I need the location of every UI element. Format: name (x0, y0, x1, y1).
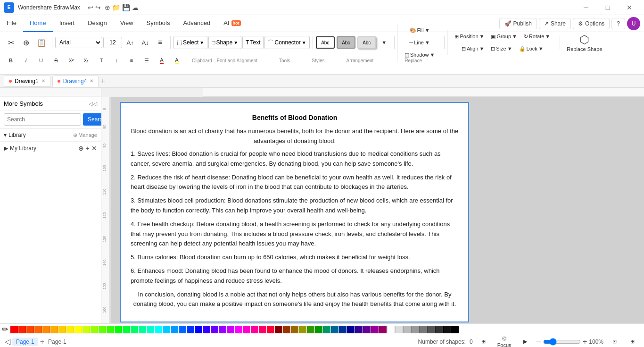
strikethrough-btn[interactable]: S (49, 53, 63, 68)
color-swatch[interactable] (395, 326, 403, 333)
color-swatch[interactable] (34, 326, 42, 333)
zoom-out-btn[interactable]: ─ (536, 338, 541, 346)
zoom-in-btn[interactable]: + (583, 338, 587, 346)
menu-file[interactable]: File (0, 15, 23, 32)
document-page[interactable]: Benefits of Blood Donation Blood donatio… (120, 102, 469, 322)
align-btn[interactable]: ≡ (153, 35, 167, 50)
add-tab-btn[interactable]: + (100, 77, 105, 85)
search-input[interactable] (4, 113, 81, 126)
color-swatch[interactable] (99, 326, 106, 333)
color-swatch[interactable] (451, 326, 459, 333)
my-library-settings-btn[interactable]: ⊕ (78, 144, 84, 152)
color-swatch[interactable] (163, 326, 170, 333)
color-swatch[interactable] (139, 326, 146, 333)
connector-dropdown[interactable]: ⌒ Connector ▼ (264, 36, 309, 49)
color-swatch[interactable] (315, 326, 322, 333)
color-swatch[interactable] (339, 326, 347, 333)
color-swatch[interactable] (26, 326, 34, 333)
color-swatch[interactable] (187, 326, 194, 333)
help-btn[interactable]: ? (611, 18, 625, 29)
options-btn[interactable]: ⚙ Options (573, 18, 610, 29)
color-swatch[interactable] (131, 326, 138, 333)
color-swatch[interactable] (42, 326, 50, 333)
color-swatch[interactable] (363, 326, 371, 333)
bold-btn[interactable]: B (4, 53, 18, 68)
color-swatch[interactable] (259, 326, 266, 333)
color-swatch[interactable] (74, 326, 82, 333)
color-swatch[interactable] (171, 326, 178, 333)
color-swatch[interactable] (91, 326, 98, 333)
color-swatch[interactable] (419, 326, 427, 333)
prev-page-btn[interactable]: ◁ (5, 337, 10, 346)
play-btn[interactable]: ▶ (518, 336, 532, 347)
style-swatch-1[interactable]: Abc (316, 36, 335, 49)
my-library-label[interactable]: ▶ My Library (4, 145, 36, 152)
close-btn[interactable]: ✕ (619, 0, 640, 15)
select-dropdown[interactable]: ⬚ Select ▼ (173, 36, 207, 49)
cut-btn[interactable]: ✂ (4, 35, 18, 50)
line-height-btn[interactable]: ↕ (109, 53, 124, 68)
color-swatch[interactable] (211, 326, 218, 333)
color-swatch[interactable] (275, 326, 282, 333)
shape-dropdown[interactable]: □ Shape ▼ (208, 36, 241, 49)
group-btn[interactable]: ▣ Group ▼ (488, 31, 520, 42)
italic-btn[interactable]: I (19, 53, 33, 68)
color-swatch[interactable] (115, 326, 122, 333)
color-swatch[interactable] (323, 326, 330, 333)
focus-btn[interactable]: ◎ Focus (495, 336, 514, 347)
my-library-close-btn[interactable]: ✕ (91, 144, 97, 152)
position-btn[interactable]: ⊞ Position ▼ (452, 31, 487, 42)
publish-btn[interactable]: 🚀 Publish (499, 18, 537, 29)
color-swatch[interactable] (58, 326, 66, 333)
subscript-btn[interactable]: X₂ (79, 53, 93, 68)
color-swatch[interactable] (147, 326, 154, 333)
menu-design[interactable]: Design (81, 15, 113, 32)
page-tab[interactable]: Page-1 (12, 338, 38, 346)
color-swatch[interactable] (123, 326, 130, 333)
share-btn[interactable]: ↗ Share (539, 18, 571, 29)
cloud-btn[interactable]: ☁ (132, 4, 139, 11)
menu-advanced[interactable]: Advanced (176, 15, 217, 32)
fill-btn[interactable]: 🎨 Fill ▼ (407, 25, 433, 36)
canvas-container[interactable]: 1401501601701801902002102202302402502602… (111, 97, 644, 323)
line-btn[interactable]: ─ Line ▼ (406, 37, 432, 48)
font-increase-btn[interactable]: A↑ (123, 35, 137, 50)
color-swatch[interactable] (355, 326, 363, 333)
minimize-btn[interactable]: ─ (575, 0, 597, 15)
tab-drawing4-close-icon[interactable]: ✕ (90, 78, 93, 84)
menu-symbols[interactable]: Symbols (140, 15, 177, 32)
tab-drawing4[interactable]: Drawing4 ✕ (52, 76, 99, 87)
color-swatch[interactable] (411, 326, 419, 333)
library-label[interactable]: ▾ Library (4, 132, 26, 138)
color-swatch[interactable] (219, 326, 226, 333)
color-swatch[interactable] (235, 326, 242, 333)
color-swatch[interactable] (331, 326, 339, 333)
rotate-btn[interactable]: ↻ Rotate ▼ (521, 31, 553, 42)
menu-insert[interactable]: Insert (53, 15, 82, 32)
maximize-btn[interactable]: □ (597, 0, 619, 15)
menu-view[interactable]: View (114, 15, 140, 32)
tab-drawing1[interactable]: Drawing1 ✕ (4, 76, 50, 87)
color-swatch[interactable] (179, 326, 186, 333)
color-swatch[interactable] (371, 326, 379, 333)
my-library-add-btn[interactable]: + (86, 144, 90, 152)
copy-btn[interactable]: ⊕ (19, 35, 33, 50)
open-btn[interactable]: 📁 (112, 4, 120, 11)
save-btn[interactable]: 💾 (122, 4, 130, 11)
fit-page-btn[interactable]: ⊡ (607, 336, 621, 347)
highlight-btn[interactable]: A (170, 53, 184, 68)
color-swatch[interactable] (66, 326, 74, 333)
user-avatar[interactable]: U (627, 17, 640, 30)
color-swatch[interactable] (18, 326, 26, 333)
color-swatch[interactable] (403, 326, 411, 333)
color-swatch[interactable] (83, 326, 90, 333)
fullscreen-btn[interactable]: ⊞ (625, 336, 639, 347)
font-size-input[interactable] (103, 37, 122, 48)
color-swatch[interactable] (307, 326, 314, 333)
color-swatch[interactable] (299, 326, 306, 333)
color-swatch[interactable] (227, 326, 234, 333)
color-swatch[interactable] (195, 326, 202, 333)
text-dropdown[interactable]: T Text (242, 36, 264, 49)
color-swatch[interactable] (251, 326, 258, 333)
font-decrease-btn[interactable]: A↓ (138, 35, 152, 50)
